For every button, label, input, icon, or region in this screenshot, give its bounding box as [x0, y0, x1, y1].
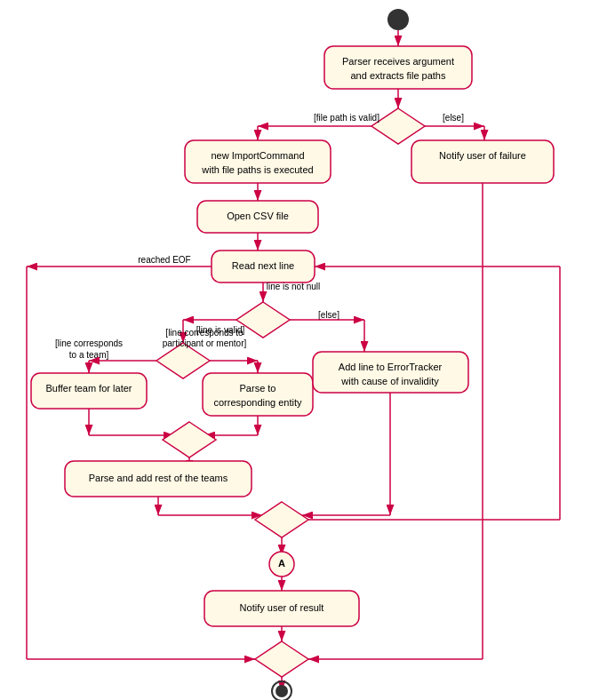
start-node	[387, 9, 409, 30]
parse-entity-text-1: Parse to	[240, 383, 276, 394]
label-team: [line corresponds	[55, 338, 123, 348]
error-tracker-node	[313, 352, 468, 393]
diagram-container: Parser receives argument and extracts fi…	[0, 0, 599, 700]
label-else-1: [else]	[443, 113, 464, 123]
parse-teams-text: Parse and add rest of the teams	[89, 473, 228, 483]
import-text-2: with file paths is executed	[201, 164, 313, 175]
connector-a-text: A	[278, 558, 285, 569]
notify-result-text: Notify user of result	[240, 602, 324, 613]
import-text-1: new ImportCommand	[211, 150, 304, 161]
parse-entity-node	[203, 373, 313, 416]
buffer-team-text-1: Buffer team for later	[45, 383, 132, 394]
diamond3	[156, 343, 210, 378]
parse-entity-text-2: corresponding entity	[213, 397, 302, 408]
end-inner	[276, 685, 288, 697]
read-next-text: Read next line	[232, 260, 294, 271]
diamond6	[255, 641, 308, 677]
parser-text-1: Parser receives argument	[342, 56, 454, 67]
label-team2: to a team]	[69, 350, 109, 360]
diamond1	[371, 108, 425, 144]
parser-node	[324, 46, 472, 89]
error-tracker-text-2: with cause of invalidity	[340, 376, 439, 386]
label-not-null: line is not null	[267, 282, 321, 291]
open-csv-text: Open CSV file	[227, 211, 289, 221]
error-tracker-text-1: Add line to ErrorTracker	[339, 362, 443, 372]
label-participant2: participant or mentor]	[163, 338, 247, 348]
import-command-node	[185, 140, 331, 183]
label-else-2: [else]	[318, 310, 339, 320]
notify-failure-text-1: Notify user of failure	[439, 150, 526, 161]
label-participant: [line corresponds to	[165, 328, 244, 338]
label-file-valid: [file path is valid]	[314, 113, 379, 123]
label-eof: reached EOF	[138, 255, 190, 265]
diamond5	[255, 502, 308, 537]
parser-text-2: and extracts file paths	[350, 70, 446, 81]
diamond4	[163, 422, 216, 457]
notify-failure-node	[411, 140, 554, 183]
